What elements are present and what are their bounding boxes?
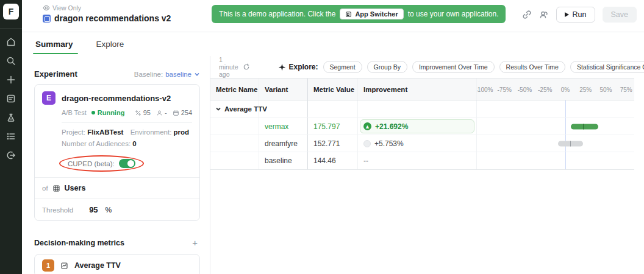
logout-icon[interactable] xyxy=(0,146,22,164)
metric-value: 144.46 xyxy=(308,152,358,169)
not-significant-icon xyxy=(363,140,371,147)
improvement-value: +21.692% xyxy=(375,122,408,131)
experiment-badge: E xyxy=(42,91,55,105)
save-button[interactable]: Save xyxy=(603,7,637,23)
experiment-info: Project: FlixABTest Environment: prod Nu… xyxy=(35,123,199,153)
eye-icon xyxy=(43,4,50,12)
calendar-icon xyxy=(173,110,179,116)
run-button[interactable]: Run xyxy=(556,7,595,23)
experiment-stats: 95 - 254 xyxy=(135,109,192,116)
explore-chip-improvement-over-time[interactable]: Improvement Over Time xyxy=(412,61,495,73)
entity-of-label: of xyxy=(42,184,48,192)
explore-label: Explore: xyxy=(278,63,318,71)
banner-text-after: to use your own application. xyxy=(408,10,499,18)
variant-row-vermax[interactable]: vermax 175.797 ▲ +21.692% xyxy=(210,118,634,135)
variant-name: baseline xyxy=(259,152,308,169)
last-updated-text: 1 minute ago xyxy=(219,56,238,78)
chart-axis-header: -100%-75%-50%-25%0%25%50%75% xyxy=(477,79,634,100)
variant-row-baseline[interactable]: baseline 144.46 -- xyxy=(210,152,634,169)
audiences-line: Number of Audiences: 0 xyxy=(62,140,192,147)
sidebar: F xyxy=(0,0,22,274)
collaborators-icon[interactable] xyxy=(539,10,549,19)
banner-text-before: This is a demo application. Click the xyxy=(219,10,335,18)
metric-value: 175.797 xyxy=(308,118,358,135)
experiment-type: A/B Test xyxy=(62,109,87,116)
column-header-metric-value: Metric Value xyxy=(308,79,358,100)
baseline-value: baseline xyxy=(165,71,191,78)
demo-banner: This is a demo application. Click the Ap… xyxy=(212,5,506,23)
view-only-label: View Only xyxy=(52,4,81,12)
explore-chip-segment[interactable]: Segment xyxy=(323,61,362,73)
project-label: Project: xyxy=(62,128,85,136)
column-header-variant: Variant xyxy=(259,79,308,100)
axis-tick: -100% xyxy=(477,86,493,93)
main-content: Experiment Baseline: baseline E dragon-r… xyxy=(22,56,644,274)
explore-icon xyxy=(278,63,286,71)
cuped-toggle[interactable] xyxy=(119,159,135,168)
top-header: View Only dragon recommendations v2 This… xyxy=(22,0,644,32)
metric-chart-icon xyxy=(60,262,68,270)
baseline-dropdown[interactable]: Baseline: baseline xyxy=(134,71,200,78)
create-icon[interactable] xyxy=(0,70,22,89)
point-estimate-marker xyxy=(570,141,571,146)
column-header-metric-name: Metric Name xyxy=(210,79,259,100)
share-link-icon[interactable] xyxy=(522,10,532,19)
axis-tick: 50% xyxy=(599,86,612,93)
collapse-chevron-icon[interactable] xyxy=(215,106,221,112)
metric-group-cell: Average TTV xyxy=(210,100,259,118)
explore-label-text: Explore: xyxy=(289,63,318,71)
app-switcher-button[interactable]: App Switcher xyxy=(340,9,403,19)
point-estimate-marker xyxy=(583,124,584,129)
decision-metrics-title: Decision-making metrics xyxy=(34,239,124,247)
results-panel: 1 minute ago Explore: Segment Group By I… xyxy=(210,56,644,274)
threshold-value[interactable]: 95 xyxy=(89,205,98,214)
explore-chip-results-over-time[interactable]: Results Over Time xyxy=(499,61,565,73)
search-icon[interactable] xyxy=(0,51,22,70)
improvement-value: +5.753% xyxy=(374,139,404,148)
home-icon[interactable] xyxy=(0,32,22,51)
experiment-section-title: Experiment xyxy=(34,69,77,79)
explore-group: Explore: Segment Group By Improvement Ov… xyxy=(278,61,644,73)
experiment-meta-row: A/B Test Running 95 - xyxy=(35,107,199,122)
traffic-stat: 95 xyxy=(135,109,151,116)
run-button-label: Run xyxy=(573,10,587,19)
project-env-line: Project: FlixABTest Environment: prod xyxy=(62,128,192,136)
experiment-panel: Experiment Baseline: baseline E dragon-r… xyxy=(22,56,210,274)
threshold-row: Threshold 95 % xyxy=(35,199,199,220)
decision-metrics-header: Decision-making metrics + xyxy=(34,237,200,248)
zero-gridline xyxy=(565,118,566,135)
variant-row-dreamfyre[interactable]: dreamfyre 152.771 +5.753% xyxy=(210,135,634,152)
baseline-label: Baseline: xyxy=(134,71,163,78)
metric-group-row[interactable]: Average TTV xyxy=(210,100,634,118)
app-logo[interactable]: F xyxy=(3,4,19,19)
notes-icon[interactable] xyxy=(0,89,22,108)
explore-chip-statistical-significance[interactable]: Statistical Significance Over Time xyxy=(570,61,644,73)
improvement-cell[interactable]: ▲ +21.692% xyxy=(358,118,477,135)
app-switcher-label: App Switcher xyxy=(355,10,398,18)
metric-value: 152.771 xyxy=(308,135,358,152)
tab-summary[interactable]: Summary xyxy=(34,33,74,55)
tab-explore[interactable]: Explore xyxy=(95,33,126,55)
refresh-icon[interactable] xyxy=(243,63,250,71)
person-icon xyxy=(156,110,163,116)
chart-cell xyxy=(477,152,634,169)
table-grid-icon xyxy=(52,184,60,192)
add-decision-metric-button[interactable]: + xyxy=(190,237,200,248)
improvement-cell[interactable]: +5.753% xyxy=(358,135,477,152)
tab-bar: Summary Explore xyxy=(22,32,125,56)
explore-chip-group-by[interactable]: Group By xyxy=(367,61,407,73)
zero-gridline xyxy=(565,100,566,118)
experiment-card-header: E dragon-recommendations-v2 xyxy=(35,85,199,107)
improvement-cell: -- xyxy=(358,152,477,169)
entity-row: of Users xyxy=(35,178,199,198)
metric-name-label: Average TTV xyxy=(74,261,121,270)
audiences-value: 0 xyxy=(132,140,136,147)
experiment-card[interactable]: E dragon-recommendations-v2 A/B Test Run… xyxy=(34,84,200,221)
variant-name: vermax xyxy=(259,118,308,135)
decision-metric-item[interactable]: 1 Average TTV xyxy=(34,254,200,274)
app-window: F xyxy=(0,0,644,274)
list-icon[interactable] xyxy=(0,127,22,146)
experiments-icon[interactable] xyxy=(0,108,22,127)
audience-value: - xyxy=(165,109,167,116)
days-stat: 254 xyxy=(173,109,192,116)
